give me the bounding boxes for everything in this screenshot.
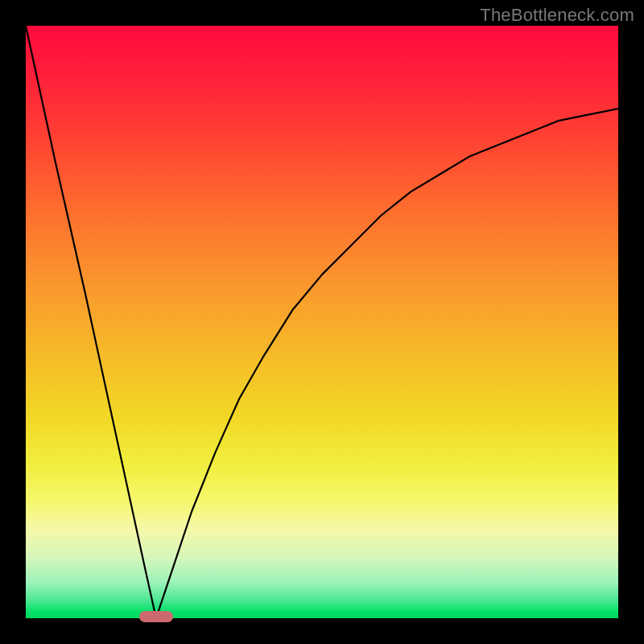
chart-frame: TheBottleneck.com [0,0,644,644]
curve-svg [26,26,618,618]
trough-marker [139,611,173,622]
watermark-text: TheBottleneck.com [480,5,634,26]
plot-area [26,26,618,618]
curve-left-branch [26,26,156,618]
curve-right-branch [156,109,618,618]
curve-group [26,26,618,618]
